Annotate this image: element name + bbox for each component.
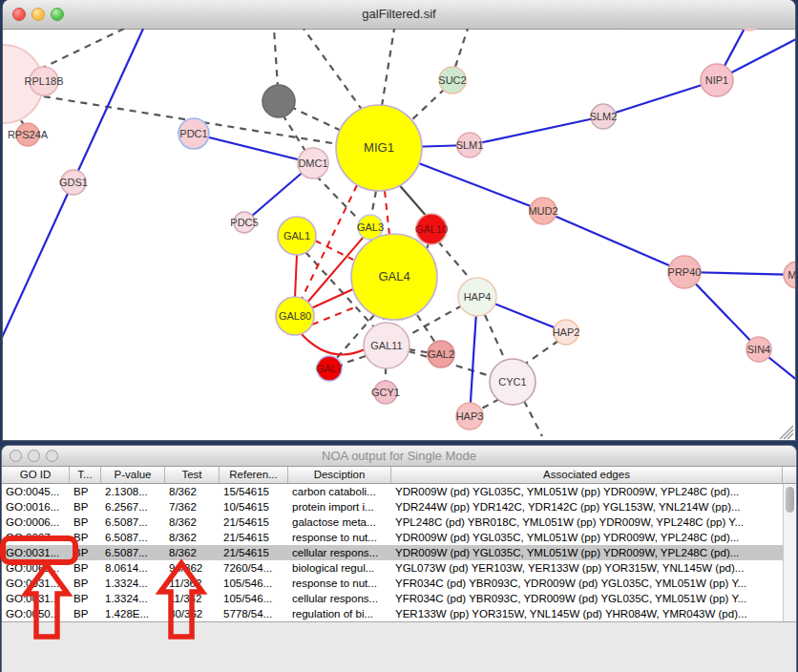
node-label-SLM1: SLM1 [456, 139, 484, 151]
column-header-5[interactable]: Desciption [288, 467, 391, 483]
cell-test: 80/362 [165, 606, 220, 621]
node-label-MIG1: MIG1 [364, 140, 394, 155]
node-label-SLM2: SLM2 [590, 111, 618, 122]
cell-associated_edges: YDR009W (pd) YGL035C, YML051W (pp) YDR00… [391, 545, 783, 560]
node-label-HAP2: HAP2 [553, 326, 580, 338]
cell-go_id: GO:0050... [2, 606, 70, 621]
table-row[interactable]: GO:0007...BP6.5087...8/36221/54615respon… [2, 530, 796, 545]
cell-test: 7/362 [165, 499, 220, 514]
node-label-CYC1: CYC1 [498, 376, 526, 388]
column-header-0[interactable]: GO ID [2, 467, 70, 483]
network-edge [312, 306, 357, 325]
vertical-scrollbar[interactable] [783, 484, 796, 621]
network-edge [396, 181, 428, 218]
node-corner-pink[interactable] [738, 29, 761, 31]
node-label-PDC1: PDC1 [179, 128, 207, 139]
table-row[interactable]: GO:0050...BP1.428E...80/3625778/54...reg… [2, 606, 796, 621]
cell-associated_edges: YDR244W (pp) YDR142C, YDR142C (pp) YGL15… [391, 499, 783, 514]
cell-type: BP [70, 514, 101, 530]
cell-type: BP [70, 576, 101, 591]
table-rows: GO:0045...BP2.1308...8/36215/54615carbon… [2, 484, 796, 621]
cell-description: biological regul... [288, 560, 391, 576]
network-edge [438, 242, 472, 282]
node-label-GAL2: GAL2 [428, 348, 454, 360]
cell-reference: 21/54615 [220, 514, 288, 530]
cell-p_value: 1.428E... [101, 606, 165, 621]
cell-test: 94/362 [165, 560, 220, 576]
cell-p_value: 8.0614... [101, 560, 165, 576]
cell-test: 11/362 [165, 591, 220, 606]
network-edge [382, 29, 394, 106]
cell-p_value: 6.5087... [101, 545, 165, 560]
cell-test: 8/362 [165, 545, 220, 560]
table-row[interactable]: GO:0031...BP1.3324...11/362105/546...cel… [2, 591, 796, 606]
node-label-HAP3: HAP3 [456, 410, 484, 422]
scrollbar-thumb[interactable] [786, 487, 794, 513]
network-edge [295, 254, 297, 298]
cell-go_id: GO:0031... [2, 545, 70, 560]
network-window-titlebar[interactable]: galFiltered.sif [3, 0, 795, 30]
cell-description: galactose meta... [288, 514, 391, 530]
cell-p_value: 6.5087... [101, 530, 165, 545]
node-gray-node[interactable] [262, 85, 295, 117]
cell-go_id: GO:0016... [2, 499, 70, 514]
column-header-6[interactable]: Associated edges [391, 467, 783, 483]
cell-go_id: GO:0045... [2, 484, 70, 499]
node-label-MUD2: MUD2 [528, 205, 557, 217]
network-edge [603, 80, 717, 116]
network-edge [485, 315, 506, 362]
node-label-GAL11: GAL11 [370, 340, 402, 351]
network-edge [300, 332, 365, 355]
cell-go_id: GO:0031... [2, 576, 70, 591]
node-label-SIN4: SIN4 [747, 344, 770, 355]
table-row[interactable]: GO:0006...BP6.5087...8/36221/54615galact… [2, 514, 796, 530]
cell-p_value: 2.1308... [101, 484, 165, 499]
node-label-GAL80: GAL80 [279, 310, 311, 322]
table-row[interactable]: GO:0045...BP2.1308...8/36215/54615carbon… [2, 484, 796, 499]
network-canvas[interactable]: RPL18BRPS24AGDS1PDC1MIG1SUC2SLM1DMC1SLM2… [3, 29, 795, 440]
cell-go_id: GO:0006... [2, 514, 70, 530]
network-window-title: galFiltered.sif [3, 0, 795, 29]
network-edge [340, 356, 366, 365]
node-label-GAL3: GAL3 [357, 221, 384, 233]
noa-output-window: NOA output for Single Mode GO IDT...P-va… [2, 446, 796, 672]
cell-associated_edges: YDR009W (pd) YGL035C, YML051W (pp) YDR00… [391, 484, 783, 499]
cell-p_value: 6.5087... [101, 514, 165, 530]
cell-description: response to nut... [288, 576, 391, 591]
cell-reference: 21/54615 [220, 545, 288, 560]
network-edge [417, 315, 435, 343]
column-header-2[interactable]: P-value [101, 467, 165, 483]
network-edge [304, 29, 363, 111]
cell-type: BP [70, 560, 101, 576]
column-header-3[interactable]: Test [165, 467, 220, 483]
noa-results-table: GO IDT...P-valueTestReferen...Desciption… [2, 466, 796, 622]
cell-type: BP [70, 499, 101, 514]
column-header-4[interactable]: Referen... [220, 467, 288, 483]
cell-go_id: GO:0065... [2, 560, 70, 576]
node-label-GAL1: GAL1 [284, 230, 310, 242]
node-label-NIP1: NIP1 [705, 74, 728, 86]
table-row[interactable]: GO:0065...BP8.0614...94/3627260/54...bio… [2, 560, 796, 576]
cell-associated_edges: YDR009W (pd) YGL035C, YML051W (pp) YDR00… [391, 530, 783, 545]
cell-test: 8/362 [165, 514, 220, 530]
node-label-GAL7: GAL7 [316, 363, 343, 374]
table-header-row: GO IDT...P-valueTestReferen...Desciption… [2, 466, 796, 484]
cell-test: 8/362 [165, 484, 220, 499]
network-edge [455, 29, 468, 67]
cell-description: cellular respons... [288, 545, 391, 560]
noa-window-titlebar[interactable]: NOA output for Single Mode [2, 446, 796, 467]
cell-associated_edges: YFR034C (pd) YBR093C, YDR009W (pd) YGL03… [391, 576, 783, 591]
cell-associated_edges: YPL248C (pd) YBR018C, YML051W (pp) YDR00… [391, 514, 783, 530]
node-label-GAL4: GAL4 [378, 269, 410, 284]
table-row[interactable]: GO:0031...BP1.3324...11/362105/546...res… [2, 576, 796, 591]
cell-type: BP [70, 484, 101, 499]
column-header-1[interactable]: T... [70, 467, 101, 483]
cell-type: BP [70, 606, 101, 621]
table-row[interactable]: GO:0031...BP6.5087...8/36221/54615cellul… [2, 545, 796, 560]
table-row[interactable]: GO:0016...BP6.2567...7/36210/54615protei… [2, 499, 796, 514]
network-edge [470, 116, 603, 145]
cell-description: response to nut... [288, 530, 391, 545]
cell-p_value: 1.3324... [101, 591, 165, 606]
cell-associated_edges: YER133W (pp) YOR315W, YNL145W (pd) YHR08… [391, 606, 783, 621]
cell-p_value: 6.2567... [101, 499, 165, 514]
